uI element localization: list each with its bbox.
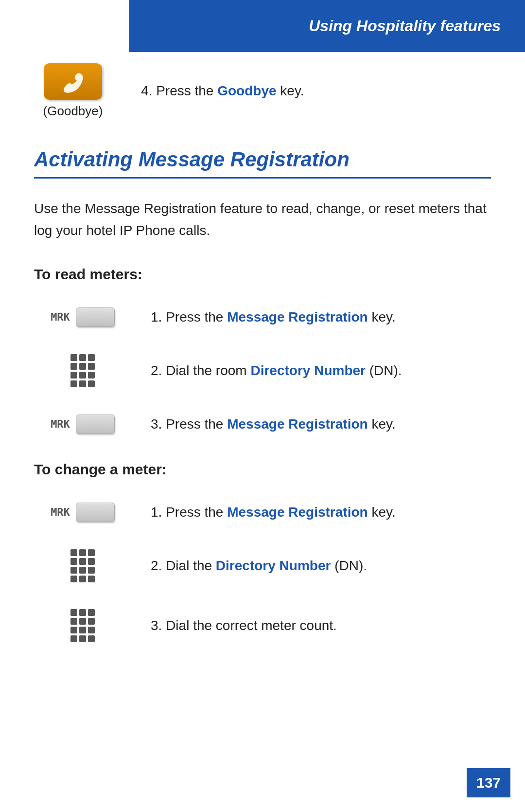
step-prefix-rm-1: Press the xyxy=(166,309,227,325)
keypad-grid-2 xyxy=(70,549,95,582)
step-prefix-rm-2: Dial the room xyxy=(166,363,250,378)
read-meters-heading: To read meters: xyxy=(34,266,491,283)
keypad-area-2 xyxy=(34,549,131,582)
mrk-key-area-2: MRK xyxy=(34,415,131,434)
soft-key-2 xyxy=(76,415,115,434)
goodbye-step-number: 4. xyxy=(141,83,152,98)
step-suffix-cm-3: Dial the correct meter count. xyxy=(166,618,337,633)
mrk-key-area-3: MRK xyxy=(34,503,131,522)
header-bar: Using Hospitality features xyxy=(129,0,525,52)
section-title: Activating Message Registration xyxy=(34,148,491,179)
keypad-grid-1 xyxy=(70,354,95,387)
intro-text: Use the Message Registration feature to … xyxy=(34,198,491,242)
change-meter-step-1: MRK 1. Press the Message Registration ke… xyxy=(34,502,491,523)
goodbye-key-icon xyxy=(44,63,102,100)
step-prefix-cm-2: Dial the xyxy=(166,558,216,573)
goodbye-key-label: (Goodbye) xyxy=(43,104,103,119)
step-number-rm-2: 2. xyxy=(151,363,162,378)
soft-key-3 xyxy=(76,503,115,522)
mrk-key-wrap-2: MRK xyxy=(51,415,115,434)
step-link-cm-2: Directory Number xyxy=(216,558,331,573)
step-number-rm-1: 1. xyxy=(151,309,162,325)
step-link-rm-1: Message Registration xyxy=(227,309,368,325)
goodbye-step-text: 4. Press the Goodbye key. xyxy=(141,81,304,101)
step-suffix-rm-1: key. xyxy=(368,309,396,325)
main-content: (Goodbye) 4. Press the Goodbye key. Acti… xyxy=(0,0,525,708)
step-text-rm-2: 2. Dial the room Directory Number (DN). xyxy=(151,361,402,381)
read-meters-step-3: MRK 3. Press the Message Registration ke… xyxy=(34,414,491,434)
change-meter-step-3: 3. Dial the correct meter count. xyxy=(34,609,491,642)
step-text-rm-1: 1. Press the Message Registration key. xyxy=(151,307,396,327)
step-suffix-rm-3: key. xyxy=(368,416,396,432)
header-title: Using Hospitality features xyxy=(309,17,501,35)
step-suffix-cm-2: (DN). xyxy=(331,558,367,573)
step-text-rm-3: 3. Press the Message Registration key. xyxy=(151,414,396,434)
step-text-cm-1: 1. Press the Message Registration key. xyxy=(151,502,396,523)
step-suffix-cm-1: key. xyxy=(368,505,396,520)
step-text-cm-3: 3. Dial the correct meter count. xyxy=(151,615,337,636)
step-number-cm-3: 3. xyxy=(151,618,162,633)
mrk-key-wrap-3: MRK xyxy=(51,503,115,522)
keypad-area-3 xyxy=(34,609,131,642)
phone-icon xyxy=(60,69,86,94)
step-link-rm-2: Directory Number xyxy=(250,363,366,378)
keypad-grid-3 xyxy=(70,609,95,642)
step-number-rm-3: 3. xyxy=(151,416,162,432)
read-meters-step-2: 2. Dial the room Directory Number (DN). xyxy=(34,354,491,387)
step-prefix-cm-1: Press the xyxy=(166,505,227,520)
goodbye-step-prefix: Press the xyxy=(156,83,217,98)
mrk-label-3: MRK xyxy=(51,506,70,518)
mrk-label-2: MRK xyxy=(51,418,70,430)
step-number-cm-2: 2. xyxy=(151,558,162,573)
step-prefix-rm-3: Press the xyxy=(166,416,227,432)
page-number-wrap: 137 xyxy=(467,768,510,797)
step-link-cm-1: Message Registration xyxy=(227,505,368,520)
step-link-rm-3: Message Registration xyxy=(227,416,368,432)
step-suffix-rm-2: (DN). xyxy=(366,363,402,378)
mrk-key-wrap-1: MRK xyxy=(51,307,115,327)
step-text-cm-2: 2. Dial the Directory Number (DN). xyxy=(151,556,367,576)
change-meter-heading: To change a meter: xyxy=(34,461,491,478)
goodbye-key-wrap: (Goodbye) xyxy=(34,63,112,119)
step-number-cm-1: 1. xyxy=(151,505,162,520)
goodbye-step-link: Goodbye xyxy=(217,83,276,98)
goodbye-step-suffix: key. xyxy=(277,83,304,98)
goodbye-section: (Goodbye) 4. Press the Goodbye key. xyxy=(34,63,491,119)
read-meters-step-1: MRK 1. Press the Message Registration ke… xyxy=(34,307,491,327)
mrk-label-1: MRK xyxy=(51,311,70,323)
mrk-key-area-1: MRK xyxy=(34,307,131,327)
keypad-area-1 xyxy=(34,354,131,387)
change-meter-step-2: 2. Dial the Directory Number (DN). xyxy=(34,549,491,582)
soft-key-1 xyxy=(76,307,115,327)
page-number: 137 xyxy=(476,775,501,791)
